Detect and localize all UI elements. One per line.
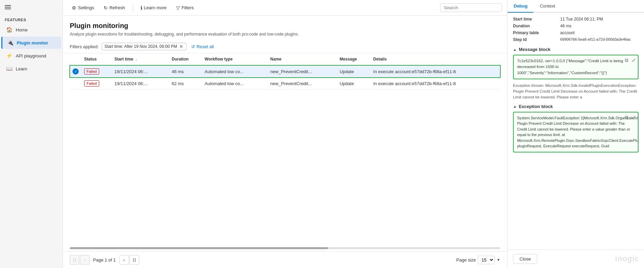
message-block-header[interactable]: ▲ Message block: [513, 47, 639, 52]
exception-block-header[interactable]: ▲ Exception block: [513, 104, 639, 109]
topbar: ⚙ Settings ↻ Refresh ℹ Learn more ▽ Filt…: [63, 0, 507, 16]
page-size-select[interactable]: 15 25 50: [478, 256, 495, 264]
filters-applied-label: Filters applied:: [70, 44, 99, 49]
row-select-cell[interactable]: ✓: [70, 65, 81, 78]
plugin-monitor-icon: 🔌: [7, 40, 13, 46]
settings-button[interactable]: ⚙ Settings: [68, 3, 97, 12]
reset-all-button[interactable]: ↺ Reset all: [189, 43, 216, 50]
start-time-cell: 19/11/2024 06:...: [111, 65, 169, 78]
col-details: Details: [370, 53, 500, 65]
api-playground-icon: ⚡: [6, 53, 12, 59]
message-expand-button[interactable]: ⤢: [632, 57, 636, 63]
last-page-button[interactable]: ⟩⟩: [130, 255, 139, 265]
table-row[interactable]: ✓Failed19/11/2024 06:...46 msAutomated l…: [70, 65, 500, 78]
col-select: [70, 53, 81, 65]
first-page-button[interactable]: ⟨⟨: [70, 255, 79, 265]
sidebar-item-api-playground[interactable]: ⚡ API playground: [1, 50, 61, 62]
executions-table: Status Start time ↓ Duration Workflow ty…: [70, 53, 500, 90]
filter-icon: ▽: [176, 5, 180, 11]
table-row[interactable]: Failed19/11/2024 06:...62 msAutomated lo…: [70, 78, 500, 90]
col-workflow-type: Workflow type: [202, 53, 267, 65]
message-block-text: 7c1e523c0162, ver=1.0.0.0 {"Message":"Cr…: [517, 59, 623, 75]
exception-block-text: System.ServiceModel.FaultException`1[Mic…: [517, 116, 639, 148]
prev-page-button[interactable]: ‹: [80, 255, 90, 265]
status-cell: Failed: [81, 78, 111, 90]
page-info: Page 1 of 1: [93, 257, 116, 263]
primary-table-label: Primary table: [513, 30, 557, 35]
row-checkbox-checked: ✓: [73, 68, 79, 75]
filters-bar: Filters applied: Start time: After 19 No…: [63, 40, 507, 53]
status-badge: Failed: [84, 68, 99, 75]
chevron-down-icon: ▼: [497, 258, 500, 262]
step-id-value: 69906766-5ea6-ef11-a72d-000d3a3e46ac: [560, 37, 639, 42]
primary-table-value: account: [560, 30, 639, 35]
scroll-track: [70, 247, 500, 249]
start-time-cell: 19/11/2024 06:...: [111, 78, 169, 90]
close-button[interactable]: Close: [513, 254, 537, 264]
sidebar-item-plugin-monitor[interactable]: 🔌 Plugin monitor: [1, 37, 61, 49]
table-header-row: Status Start time ↓ Duration Workflow ty…: [70, 53, 500, 65]
page-title: Plugin monitoring: [70, 22, 500, 30]
filter-tag-close-button[interactable]: ✕: [179, 44, 183, 49]
exception-expand-button[interactable]: ⤢: [632, 115, 636, 120]
table-wrapper: Status Start time ↓ Duration Workflow ty…: [63, 53, 507, 245]
refresh-button[interactable]: ↻ Refresh: [100, 3, 129, 12]
panel-body: Start time 11 Tue 2024 06:11: PM Duratio…: [508, 13, 644, 250]
learn-icon: 📖: [6, 66, 12, 72]
exception-copy-button[interactable]: ⧉: [625, 115, 628, 120]
status-cell: Failed: [81, 65, 111, 78]
message-block-content: ⤢ ⧉ 7c1e523c0162, ver=1.0.0.0 {"Message"…: [513, 55, 639, 79]
settings-icon: ⚙: [72, 5, 76, 11]
refresh-icon: ↻: [104, 5, 108, 11]
start-time-value: 11 Tue 2024 06:11: PM: [560, 17, 639, 22]
start-time-label: Start time: [513, 17, 557, 22]
horizontal-scrollbar[interactable]: [63, 245, 507, 251]
search-input[interactable]: [440, 3, 502, 12]
status-badge: Failed: [84, 80, 99, 86]
exception-block-chevron: ▲: [513, 104, 517, 108]
tab-debug[interactable]: Debug: [508, 0, 534, 13]
sidebar-item-label: Learn: [16, 66, 27, 71]
sidebar: Features 🏠 Home 🔌 Plugin monitor ⚡ API p…: [0, 0, 63, 268]
page-size-label: Page size: [456, 257, 476, 263]
col-message: Message: [337, 53, 370, 65]
step-id-label: Step Id: [513, 37, 557, 42]
message-cell: Update: [337, 78, 370, 90]
scroll-thumb: [70, 247, 328, 249]
row-select-cell[interactable]: [70, 78, 81, 90]
panel-meta-grid: Start time 11 Tue 2024 06:11: PM Duratio…: [513, 17, 639, 42]
right-panel: Debug Context Start time 11 Tue 2024 06:…: [507, 0, 644, 268]
page-description: Analyze plugin executions for troublesho…: [70, 31, 302, 37]
tab-context[interactable]: Context: [534, 0, 561, 13]
col-name: Name: [267, 53, 337, 65]
active-filter-tag: Start time: After 19 Nov 2024, 06:00 PM …: [102, 43, 186, 50]
exception-intro-text: Exception thrown: Microsoft.Xrm.Sdk.Inva…: [513, 83, 639, 100]
sidebar-item-home[interactable]: 🏠 Home: [1, 24, 61, 36]
workflow-type-cell: Automated low co...: [202, 65, 267, 78]
main-content: ⚙ Settings ↻ Refresh ℹ Learn more ▽ Filt…: [63, 0, 507, 268]
exception-block-content: ⤢ ⧉ System.ServiceModel.FaultException`1…: [513, 112, 639, 152]
sidebar-item-learn[interactable]: 📖 Learn: [1, 63, 61, 75]
exception-block-title: Exception block: [519, 104, 553, 109]
hamburger-menu[interactable]: [0, 0, 63, 14]
next-page-button[interactable]: ›: [119, 255, 129, 265]
info-icon: ℹ: [141, 5, 142, 11]
workflow-type-cell: Automated low co...: [202, 78, 267, 90]
message-block-title: Message block: [519, 47, 551, 52]
page-navigation: ⟨⟨ ‹ Page 1 of 1 › ⟩⟩: [70, 255, 139, 265]
col-duration: Duration: [169, 53, 202, 65]
filters-button[interactable]: ▽ Filters: [173, 3, 197, 12]
name-cell: new_PreventCredit...: [267, 65, 337, 78]
home-icon: 🏠: [6, 27, 12, 33]
sidebar-item-label: Home: [16, 27, 28, 32]
page-header: Plugin monitoring Analyze plugin executi…: [63, 16, 507, 40]
learn-more-button[interactable]: ℹ Learn more: [137, 3, 170, 12]
col-start-time[interactable]: Start time ↓: [111, 53, 169, 65]
separator: [133, 4, 133, 12]
panel-footer: Close: [508, 250, 644, 268]
duration-label: Duration: [513, 24, 557, 28]
col-status: Status: [81, 53, 111, 65]
details-cell: In execute account:e57dd72b-f68a-ef11-8: [370, 78, 500, 90]
message-copy-button[interactable]: ⧉: [625, 57, 628, 63]
sidebar-item-label: Plugin monitor: [17, 40, 48, 45]
